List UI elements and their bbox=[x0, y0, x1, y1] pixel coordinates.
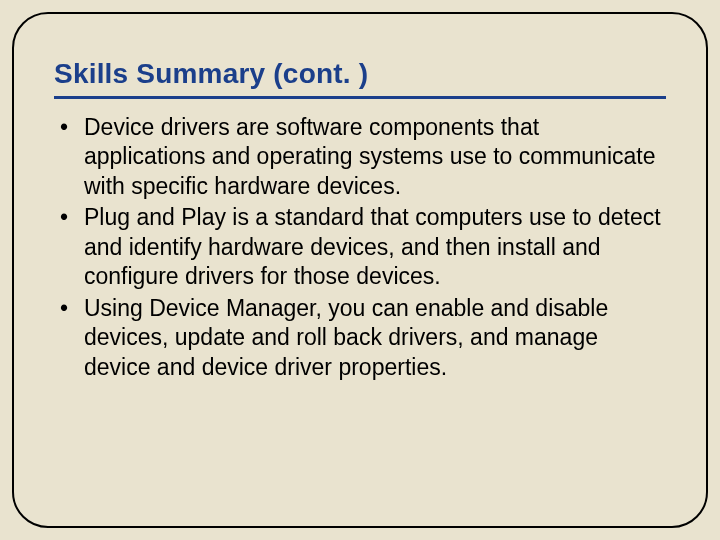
title-underline bbox=[54, 96, 666, 99]
list-item: Plug and Play is a standard that compute… bbox=[54, 203, 666, 291]
slide: Skills Summary (cont. ) Device drivers a… bbox=[0, 0, 720, 540]
list-item: Using Device Manager, you can enable and… bbox=[54, 294, 666, 382]
list-item: Device drivers are software components t… bbox=[54, 113, 666, 201]
slide-title: Skills Summary (cont. ) bbox=[54, 58, 666, 90]
bullet-list: Device drivers are software components t… bbox=[54, 113, 666, 382]
slide-frame: Skills Summary (cont. ) Device drivers a… bbox=[12, 12, 708, 528]
